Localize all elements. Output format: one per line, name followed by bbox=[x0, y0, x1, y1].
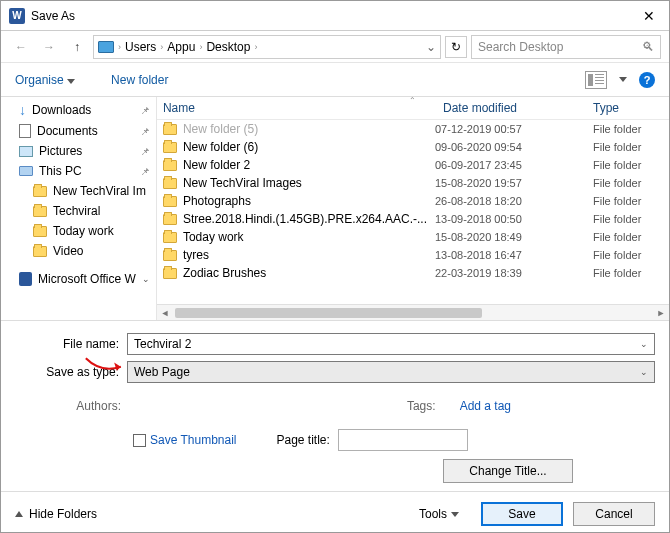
file-pane: ⌃ Name Date modified Type New folder (5)… bbox=[157, 97, 669, 320]
sidebar-item-word[interactable]: Microsoft Office W⌄ bbox=[1, 269, 156, 289]
folder-icon bbox=[163, 214, 177, 225]
folder-icon bbox=[163, 250, 177, 261]
close-icon[interactable]: ✕ bbox=[637, 8, 661, 24]
chevron-down-icon[interactable] bbox=[619, 77, 627, 82]
col-type[interactable]: Type bbox=[593, 101, 663, 115]
chevron-right-icon: › bbox=[254, 42, 257, 52]
chevron-down-icon: ⌄ bbox=[142, 274, 150, 284]
sidebar-item-documents[interactable]: Documents📌︎ bbox=[1, 121, 156, 141]
table-row[interactable]: New folder (5)07-12-2019 00:57File folde… bbox=[157, 120, 669, 138]
chevron-down-icon bbox=[451, 512, 459, 517]
chevron-up-icon bbox=[15, 511, 23, 517]
table-row[interactable]: New TechViral Images15-08-2020 19:57File… bbox=[157, 174, 669, 192]
saveastype-combobox[interactable]: Web Page ⌄ bbox=[127, 361, 655, 383]
sidebar-item-video[interactable]: Video bbox=[1, 241, 156, 261]
table-row[interactable]: Photographs26-08-2018 18:20File folder bbox=[157, 192, 669, 210]
table-row[interactable]: Zodiac Brushes22-03-2019 18:39File folde… bbox=[157, 264, 669, 282]
pin-icon: 📌︎ bbox=[140, 105, 150, 116]
checkbox-icon[interactable] bbox=[133, 434, 146, 447]
word-app-icon: W bbox=[9, 8, 25, 24]
chevron-right-icon: › bbox=[118, 42, 121, 52]
download-icon: ↓ bbox=[19, 102, 26, 118]
cancel-button[interactable]: Cancel bbox=[573, 502, 655, 526]
window-title: Save As bbox=[31, 9, 637, 23]
pictures-icon bbox=[19, 146, 33, 157]
filename-input[interactable]: Techviral 2 ⌄ bbox=[127, 333, 655, 355]
table-row[interactable]: New folder (6)09-06-2020 09:54File folde… bbox=[157, 138, 669, 156]
folder-icon bbox=[33, 246, 47, 257]
table-row[interactable]: tyres13-08-2018 16:47File folder bbox=[157, 246, 669, 264]
authors-label: Authors: bbox=[15, 399, 127, 413]
folder-icon bbox=[163, 124, 177, 135]
pagetitle-label: Page title: bbox=[277, 433, 330, 447]
folder-icon bbox=[33, 186, 47, 197]
search-icon: 🔍︎ bbox=[642, 40, 654, 54]
column-headers: ⌃ Name Date modified Type bbox=[157, 97, 669, 120]
back-button[interactable]: ← bbox=[9, 35, 33, 59]
filename-label: File name: bbox=[15, 337, 127, 351]
crumb-desktop: Desktop bbox=[206, 40, 250, 54]
help-icon[interactable]: ? bbox=[639, 72, 655, 88]
table-row[interactable]: Today work15-08-2020 18:49File folder bbox=[157, 228, 669, 246]
save-button[interactable]: Save bbox=[481, 502, 563, 526]
pin-icon: 📌︎ bbox=[140, 166, 150, 177]
saveastype-label: Save as type: bbox=[15, 365, 127, 379]
folder-icon bbox=[163, 232, 177, 243]
thispc-icon bbox=[19, 166, 33, 176]
col-name[interactable]: Name bbox=[163, 101, 443, 115]
navbar: ← → ↑ › Users › Appu › Desktop › ⌄ ↻ Sea… bbox=[1, 31, 669, 63]
pin-icon: 📌︎ bbox=[140, 146, 150, 157]
tools-menu[interactable]: Tools bbox=[419, 507, 459, 521]
toolbar: Organise New folder ? bbox=[1, 63, 669, 97]
crumb-users: Users bbox=[125, 40, 156, 54]
save-form: File name: Techviral 2 ⌄ Save as type: W… bbox=[1, 321, 669, 491]
pin-icon: 📌︎ bbox=[140, 126, 150, 137]
table-row[interactable]: New folder 206-09-2017 23:45File folder bbox=[157, 156, 669, 174]
documents-icon bbox=[19, 124, 31, 138]
sidebar-item-newtechviral[interactable]: New TechViral Im bbox=[1, 181, 156, 201]
folder-icon bbox=[33, 226, 47, 237]
hide-folders-button[interactable]: Hide Folders bbox=[15, 507, 97, 521]
sidebar: ↓Downloads📌︎ Documents📌︎ Pictures📌︎ This… bbox=[1, 97, 157, 320]
titlebar: W Save As ✕ bbox=[1, 1, 669, 31]
folder-icon bbox=[163, 178, 177, 189]
folder-icon bbox=[33, 206, 47, 217]
scroll-thumb[interactable] bbox=[175, 308, 482, 318]
add-tag-link[interactable]: Add a tag bbox=[460, 399, 511, 413]
chevron-down-icon[interactable]: ⌄ bbox=[640, 367, 648, 377]
scroll-left-icon[interactable]: ◄ bbox=[157, 305, 173, 320]
refresh-button[interactable]: ↻ bbox=[445, 36, 467, 58]
desktop-icon bbox=[98, 41, 114, 53]
save-thumbnail-checkbox[interactable]: Save Thumbnail bbox=[133, 433, 237, 447]
sidebar-item-pictures[interactable]: Pictures📌︎ bbox=[1, 141, 156, 161]
folder-icon bbox=[163, 268, 177, 279]
sidebar-item-thispc[interactable]: This PC📌︎ bbox=[1, 161, 156, 181]
footer: Hide Folders Tools Save Cancel bbox=[1, 491, 669, 533]
chevron-right-icon: › bbox=[160, 42, 163, 52]
address-bar[interactable]: › Users › Appu › Desktop › ⌄ bbox=[93, 35, 441, 59]
change-title-button[interactable]: Change Title... bbox=[443, 459, 573, 483]
horizontal-scrollbar[interactable]: ◄ ► bbox=[157, 304, 669, 320]
new-folder-button[interactable]: New folder bbox=[111, 73, 168, 87]
word-icon bbox=[19, 272, 32, 286]
col-date[interactable]: Date modified bbox=[443, 101, 593, 115]
table-row[interactable]: Stree.2018.Hindi.(1.45GB).PRE.x264.AAC.-… bbox=[157, 210, 669, 228]
scroll-right-icon[interactable]: ► bbox=[653, 305, 669, 320]
search-input[interactable]: Search Desktop 🔍︎ bbox=[471, 35, 661, 59]
sidebar-item-todaywork[interactable]: Today work bbox=[1, 221, 156, 241]
view-options-button[interactable] bbox=[585, 71, 607, 89]
sort-indicator-icon: ⌃ bbox=[409, 96, 416, 105]
forward-button: → bbox=[37, 35, 61, 59]
chevron-right-icon: › bbox=[199, 42, 202, 52]
address-dropdown-icon[interactable]: ⌄ bbox=[426, 40, 436, 54]
pagetitle-input[interactable] bbox=[338, 429, 468, 451]
sidebar-item-downloads[interactable]: ↓Downloads📌︎ bbox=[1, 99, 156, 121]
crumb-appu: Appu bbox=[167, 40, 195, 54]
folder-icon bbox=[163, 196, 177, 207]
organise-menu[interactable]: Organise bbox=[15, 73, 75, 87]
file-rows: New folder (5)07-12-2019 00:57File folde… bbox=[157, 120, 669, 304]
chevron-down-icon[interactable]: ⌄ bbox=[640, 339, 648, 349]
up-button[interactable]: ↑ bbox=[65, 35, 89, 59]
folder-icon bbox=[163, 160, 177, 171]
sidebar-item-techviral[interactable]: Techviral bbox=[1, 201, 156, 221]
